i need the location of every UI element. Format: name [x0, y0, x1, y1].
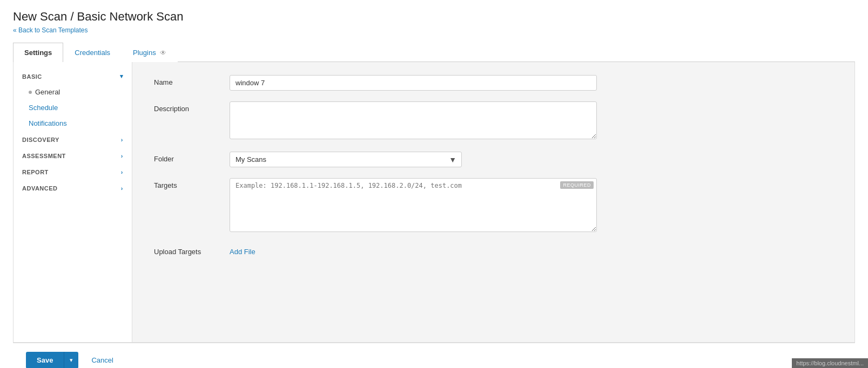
back-to-templates-link[interactable]: « Back to Scan Templates [13, 26, 88, 34]
form-panel: Name Description Folder My Scans [132, 62, 854, 342]
description-textarea[interactable] [230, 101, 597, 139]
name-row: Name [154, 75, 833, 91]
targets-wrapper: REQUIRED [230, 178, 597, 234]
upload-targets-label: Upload Targets [154, 244, 230, 256]
description-row: Description [154, 101, 833, 141]
save-button-group: Save ▾ [26, 352, 78, 368]
folder-select-wrapper: My Scans Trash ▼ [230, 152, 462, 167]
tab-plugins[interactable]: Plugins 👁 [122, 43, 178, 62]
eye-icon: 👁 [160, 49, 166, 57]
sidebar-item-general[interactable]: General [14, 84, 132, 100]
targets-textarea[interactable] [230, 178, 597, 232]
page-title: New Scan / Basic Network Scan [13, 10, 855, 24]
sidebar-section-advanced-header[interactable]: ADVANCED › [14, 181, 132, 196]
sidebar-section-assessment-header[interactable]: ASSESSMENT › [14, 148, 132, 163]
sidebar-item-schedule[interactable]: Schedule [14, 100, 132, 115]
sidebar-section-report-header[interactable]: REPORT › [14, 165, 132, 180]
targets-label: Targets [154, 178, 230, 189]
folder-row: Folder My Scans Trash ▼ [154, 152, 833, 167]
name-label: Name [154, 75, 230, 86]
name-input[interactable] [230, 75, 597, 91]
basic-chevron-icon: ▾ [120, 73, 124, 80]
sidebar-section-basic-header[interactable]: BASIC ▾ [14, 69, 132, 84]
tabs-bar: Settings Credentials Plugins 👁 [13, 43, 855, 62]
description-control [230, 101, 597, 141]
discovery-chevron-icon: › [121, 137, 123, 143]
sidebar-section-report: REPORT › [14, 165, 132, 180]
tab-credentials[interactable]: Credentials [63, 43, 122, 62]
folder-label: Folder [154, 152, 230, 163]
status-bar: https://blog.cloudnestml... [792, 358, 868, 368]
description-label: Description [154, 101, 230, 113]
tab-settings[interactable]: Settings [13, 43, 63, 62]
required-badge: REQUIRED [560, 181, 594, 189]
assessment-chevron-icon: › [121, 153, 123, 159]
save-dropdown-button[interactable]: ▾ [64, 352, 78, 368]
sidebar-section-discovery: DISCOVERY › [14, 132, 132, 147]
upload-targets-row: Upload Targets Add File [154, 244, 833, 256]
main-content: BASIC ▾ General Schedule Notifications D… [13, 62, 855, 343]
cancel-button[interactable]: Cancel [83, 352, 122, 368]
sidebar: BASIC ▾ General Schedule Notifications D… [14, 62, 132, 342]
add-file-link[interactable]: Add File [230, 244, 255, 256]
report-chevron-icon: › [121, 169, 123, 175]
name-control [230, 75, 597, 91]
sidebar-section-discovery-header[interactable]: DISCOVERY › [14, 132, 132, 147]
save-button[interactable]: Save [26, 352, 64, 368]
upload-targets-control: Add File [230, 244, 597, 256]
folder-select[interactable]: My Scans Trash [230, 152, 462, 167]
footer-bar: Save ▾ Cancel [13, 343, 855, 368]
sidebar-section-advanced: ADVANCED › [14, 181, 132, 196]
general-dot-icon [29, 91, 32, 94]
advanced-chevron-icon: › [121, 185, 123, 192]
sidebar-section-assessment: ASSESSMENT › [14, 148, 132, 163]
sidebar-section-basic: BASIC ▾ General Schedule Notifications [14, 69, 132, 131]
targets-row: Targets REQUIRED [154, 178, 833, 234]
folder-control: My Scans Trash ▼ [230, 152, 597, 167]
page-wrapper: New Scan / Basic Network Scan « Back to … [0, 0, 868, 368]
sidebar-item-notifications[interactable]: Notifications [14, 115, 132, 131]
targets-control: REQUIRED [230, 178, 597, 234]
